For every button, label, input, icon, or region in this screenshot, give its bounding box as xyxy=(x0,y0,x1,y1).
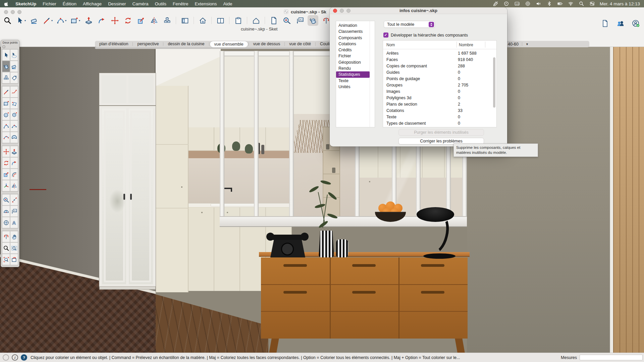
pencil-tool-button[interactable] xyxy=(2,86,10,98)
menu-dessiner[interactable]: Dessiner xyxy=(108,1,126,6)
page-button[interactable] xyxy=(600,18,610,29)
menu-extensions[interactable]: Extensions xyxy=(195,1,217,6)
bluetooth-icon[interactable] xyxy=(546,1,552,6)
paint-bucket-tool-button[interactable] xyxy=(308,15,318,26)
dialog-sidebar-fichier[interactable]: Fichier xyxy=(336,53,370,59)
menubar-clock[interactable]: Mer. 4 mars à 12:13 xyxy=(600,1,640,6)
clipboard-tool-button[interactable] xyxy=(233,15,244,26)
dialog-zoom-button[interactable] xyxy=(346,9,351,13)
move-tool-button[interactable] xyxy=(2,146,10,157)
arc-tool-tool-button[interactable]: ▾ xyxy=(56,15,67,26)
arc3-tool-button[interactable] xyxy=(2,132,10,143)
scene-tab-6[interactable]: vue de côté xyxy=(285,41,315,47)
dialog-sidebar-crédits[interactable]: Crédits xyxy=(336,47,370,53)
tabbar-scroll-strip[interactable] xyxy=(95,47,371,49)
people-button[interactable] xyxy=(615,18,626,29)
tab-overflow-label[interactable]: 40-60 xyxy=(508,42,519,47)
prev-view-tool-button[interactable] xyxy=(10,254,18,265)
magnifier-tool-button[interactable] xyxy=(2,15,13,26)
dialog-sidebar-cotations[interactable]: Cotations xyxy=(336,41,370,47)
house-tool-button[interactable] xyxy=(251,15,261,26)
menu-caméra[interactable]: Caméra xyxy=(132,1,148,6)
search-icon[interactable] xyxy=(579,1,584,6)
table-scrollbar[interactable] xyxy=(493,57,495,108)
recent-items-icon[interactable] xyxy=(503,1,509,6)
scene-tab-1[interactable]: plan d'élévation xyxy=(95,41,132,47)
move-tool-button[interactable] xyxy=(109,15,120,26)
offset-tool-button[interactable] xyxy=(10,169,18,180)
person-badge-button[interactable] xyxy=(631,18,641,29)
component-tool-button[interactable] xyxy=(162,15,172,26)
keyboard-123-icon[interactable] xyxy=(514,1,520,6)
expand-hierarchy-checkbox[interactable] xyxy=(383,33,388,38)
menu-sketchup[interactable]: SketchUp xyxy=(15,1,36,6)
component-tool-button[interactable] xyxy=(2,72,10,83)
protractor-tool-button[interactable] xyxy=(2,205,10,217)
palette-collapse-button[interactable] xyxy=(2,45,5,48)
zoom-extents-tool-button[interactable] xyxy=(2,254,10,265)
control-center-icon[interactable] xyxy=(589,1,595,6)
close-button[interactable] xyxy=(4,10,8,14)
menu-outils[interactable]: Outils xyxy=(155,1,166,6)
volume-icon[interactable] xyxy=(536,1,541,6)
dialog-sidebar-animation[interactable]: Animation xyxy=(336,22,370,28)
viewport[interactable] xyxy=(0,47,644,353)
compass-tool-button[interactable] xyxy=(2,217,10,228)
dialog-sidebar-unités[interactable]: Unités xyxy=(336,84,370,90)
scene-tab-2[interactable]: perspective xyxy=(133,41,163,47)
page-tool-button[interactable] xyxy=(268,15,279,26)
dimension-tool-button[interactable] xyxy=(294,15,305,26)
rect-tool-tool-button[interactable] xyxy=(2,98,10,109)
dialog-minimize-button[interactable] xyxy=(340,9,344,13)
paint-bucket-tool-button[interactable] xyxy=(2,61,10,72)
rotate-tool-button[interactable] xyxy=(122,15,133,26)
scale-tool-button[interactable] xyxy=(2,169,10,180)
follow-me-tool-button[interactable] xyxy=(96,15,107,26)
zoom-window-tool-button[interactable] xyxy=(10,242,18,254)
scene-tab-4[interactable]: vue d'ensemble xyxy=(210,41,248,47)
eraser-tool-button[interactable] xyxy=(10,61,18,72)
dialog-sidebar-composants[interactable]: Composants xyxy=(336,35,370,41)
tape-measure-tool-button[interactable] xyxy=(281,15,292,26)
menu-édition[interactable]: Édition xyxy=(63,1,76,6)
push-pull-tool-button[interactable] xyxy=(10,146,18,157)
tag-tool-button[interactable] xyxy=(10,72,18,83)
pie-tool-button[interactable] xyxy=(10,132,18,143)
tape-measure-tool-button[interactable] xyxy=(2,194,10,205)
caret-down-icon[interactable]: ▾ xyxy=(65,19,66,22)
eraser-tool-button[interactable] xyxy=(29,15,40,26)
tabs-dropdown-arrow[interactable]: ▼ xyxy=(526,43,529,46)
ink-pen-icon[interactable] xyxy=(493,1,498,6)
menu-aide[interactable]: Aide xyxy=(223,1,232,6)
lasso-tool-button[interactable] xyxy=(10,49,18,61)
rot-rect-tool-button[interactable] xyxy=(10,98,18,109)
dialog-close-button[interactable] xyxy=(333,9,337,13)
menu-fenêtre[interactable]: Fenêtre xyxy=(173,1,189,6)
rect-tool-tool-button[interactable]: ▾ xyxy=(69,15,81,26)
dialog-sidebar-rendu[interactable]: Rendu xyxy=(336,65,370,71)
column-nom[interactable]: Nom xyxy=(386,43,395,47)
menu-affichage[interactable]: Affichage xyxy=(83,1,102,6)
text3d-tool-button[interactable] xyxy=(10,217,18,228)
cursor-tool-button[interactable] xyxy=(2,49,10,61)
dialog-sidebar-statistiques[interactable]: Statistiques xyxy=(336,71,370,77)
wifi-icon[interactable] xyxy=(568,1,574,6)
caret-down-icon[interactable]: ▾ xyxy=(79,19,80,22)
info-icon[interactable]: i xyxy=(12,354,18,361)
pan-tool-button[interactable] xyxy=(10,231,18,242)
push-pull-tool-button[interactable] xyxy=(83,15,94,26)
guide-points-tool-button[interactable] xyxy=(10,194,18,205)
scene-tab-5[interactable]: vue de dessus xyxy=(249,41,285,47)
purge-button[interactable]: Purger les éléments inutilisés xyxy=(398,129,484,136)
minimize-button[interactable] xyxy=(11,10,15,14)
pencil-tool-button[interactable]: ▾ xyxy=(42,15,53,26)
follow-me-tool-button[interactable] xyxy=(10,157,18,169)
caret-down-icon[interactable]: ▾ xyxy=(51,19,53,22)
dialog-sidebar-géoposition[interactable]: Géoposition xyxy=(336,59,370,65)
circle-tool-tool-button[interactable] xyxy=(2,109,10,120)
cursor-tool-button[interactable]: ▾ xyxy=(15,15,26,26)
flip-tool-button[interactable] xyxy=(149,15,159,26)
dialog-sidebar-classements[interactable]: Classements xyxy=(336,28,370,35)
screen-mirroring-icon[interactable] xyxy=(525,1,531,6)
magnifier-tool-button[interactable] xyxy=(2,242,10,254)
